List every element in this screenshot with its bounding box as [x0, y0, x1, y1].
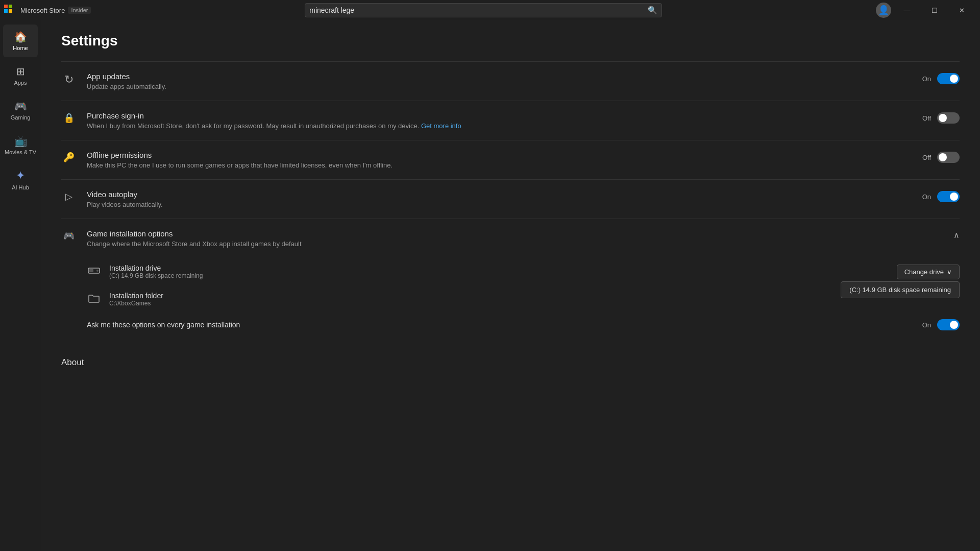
- video-autoplay-heading: Video autoplay: [87, 190, 163, 199]
- ask-game-label: Ask me these options on every game insta…: [87, 321, 240, 329]
- purchase-signin-icon: 🔒: [61, 112, 77, 124]
- purchase-signin-toggle-thumb: [939, 114, 947, 122]
- purchase-signin-left: 🔒 Purchase sign-in When I buy from Micro…: [61, 111, 922, 130]
- about-title: About: [61, 357, 84, 367]
- titlebar-left: Microsoft Store Insider: [4, 5, 91, 16]
- maximize-button[interactable]: ☐: [923, 3, 946, 17]
- offline-permissions-toggle[interactable]: [937, 152, 960, 163]
- about-section: About: [61, 347, 960, 378]
- purchase-signin-text: Purchase sign-in When I buy from Microso…: [87, 111, 461, 130]
- installation-folder-left: Installation folder C:\XboxGames: [87, 292, 163, 307]
- app-title: Microsoft Store Insider: [20, 7, 91, 14]
- game-install-header-left: 🎮 Game installation options Change where…: [61, 229, 953, 248]
- minimize-button[interactable]: —: [895, 3, 919, 17]
- ask-game-toggle-group: On: [922, 319, 960, 330]
- aihub-icon: ✦: [16, 169, 25, 182]
- app-updates-left: ↻ App updates Update apps automatically.: [61, 72, 922, 90]
- offline-permissions-description: Make this PC the one I use to run some g…: [87, 161, 393, 169]
- offline-permissions-toggle-thumb: [939, 153, 947, 161]
- purchase-signin-heading: Purchase sign-in: [87, 111, 461, 120]
- app-updates-toggle-label: On: [922, 75, 931, 83]
- sidebar-item-apps[interactable]: ⊞ Apps: [3, 59, 38, 92]
- folder-icon: [87, 293, 101, 306]
- game-install-section: 🎮 Game installation options Change where…: [61, 219, 960, 347]
- offline-permissions-text: Offline permissions Make this PC the one…: [87, 151, 393, 169]
- get-more-info-link[interactable]: Get more info: [421, 122, 461, 130]
- installation-drive-label: Installation drive: [109, 264, 203, 272]
- purchase-signin-toggle-label: Off: [922, 114, 931, 122]
- gaming-icon: 🎮: [14, 100, 27, 112]
- apps-icon: ⊞: [16, 65, 25, 78]
- installation-drive-sub: (C:) 14.9 GB disk space remaining: [109, 272, 203, 279]
- offline-permissions-right: Off: [922, 151, 960, 163]
- change-drive-button[interactable]: Change drive ∨: [897, 265, 960, 279]
- search-bar[interactable]: 🔍: [305, 3, 662, 17]
- sidebar-item-gaming[interactable]: 🎮 Gaming: [3, 94, 38, 127]
- change-drive-chevron-icon: ∨: [947, 268, 952, 276]
- game-install-icon: 🎮: [61, 230, 77, 242]
- ask-game-toggle-label: On: [922, 321, 931, 329]
- svg-point-2: [96, 270, 99, 272]
- installation-folder-sub: C:\XboxGames: [109, 300, 163, 307]
- video-autoplay-text: Video autoplay Play videos automatically…: [87, 190, 163, 208]
- svg-rect-1: [89, 269, 93, 272]
- offline-permissions-section: 🔑 Offline permissions Make this PC the o…: [61, 140, 960, 179]
- video-autoplay-toggle-thumb: [950, 193, 958, 201]
- sidebar-item-aihub[interactable]: ✦ AI Hub: [3, 163, 38, 196]
- video-autoplay-toggle-label: On: [922, 193, 931, 201]
- movies-icon: 📺: [14, 135, 27, 147]
- app-updates-toggle[interactable]: [937, 73, 960, 84]
- titlebar: Microsoft Store Insider 🔍 👤 — ☐ ✕: [0, 0, 980, 20]
- game-install-description: Change where the Microsoft Store and Xbo…: [87, 240, 302, 248]
- sidebar: 🏠 Home ⊞ Apps 🎮 Gaming 📺 Movies & TV ✦ A…: [0, 20, 41, 551]
- change-drive-wrapper: Change drive ∨ (C:) 14.9 GB disk space r…: [897, 265, 960, 279]
- installation-folder-label: Installation folder: [109, 292, 163, 300]
- purchase-signin-right: Off: [922, 111, 960, 124]
- video-autoplay-right: On: [922, 190, 960, 202]
- video-autoplay-section: ▷ Video autoplay Play videos automatical…: [61, 179, 960, 219]
- sidebar-item-movies[interactable]: 📺 Movies & TV: [3, 129, 38, 161]
- sidebar-item-movies-label: Movies & TV: [5, 149, 36, 155]
- video-autoplay-left: ▷ Video autoplay Play videos automatical…: [61, 190, 922, 208]
- app-updates-description: Update apps automatically.: [87, 83, 166, 90]
- app-updates-text: App updates Update apps automatically.: [87, 72, 166, 90]
- installation-drive-row: Installation drive (C:) 14.9 GB disk spa…: [87, 258, 960, 285]
- app-updates-heading: App updates: [87, 72, 166, 81]
- drive-dropdown-text: (C:) 14.9 GB disk space remaining: [849, 286, 951, 294]
- drive-dropdown: (C:) 14.9 GB disk space remaining: [841, 281, 960, 298]
- game-install-text: Game installation options Change where t…: [87, 229, 302, 248]
- video-autoplay-description: Play videos automatically.: [87, 201, 163, 208]
- avatar: 👤: [876, 3, 891, 18]
- page-title: Settings: [61, 33, 960, 49]
- app-updates-section: ↻ App updates Update apps automatically.…: [61, 61, 960, 101]
- video-autoplay-toggle[interactable]: [937, 191, 960, 202]
- offline-permissions-icon: 🔑: [61, 152, 77, 163]
- close-button[interactable]: ✕: [950, 3, 974, 17]
- purchase-signin-description: When I buy from Microsoft Store, don't a…: [87, 122, 461, 130]
- ask-game-row: Ask me these options on every game insta…: [87, 313, 960, 337]
- app-updates-icon: ↻: [61, 73, 77, 86]
- search-input[interactable]: [309, 6, 644, 14]
- titlebar-right: 👤 — ☐ ✕: [876, 3, 974, 18]
- ask-game-toggle[interactable]: [937, 319, 960, 330]
- app-name-label: Microsoft Store: [20, 7, 65, 14]
- app-body: 🏠 Home ⊞ Apps 🎮 Gaming 📺 Movies & TV ✦ A…: [0, 20, 980, 551]
- offline-permissions-heading: Offline permissions: [87, 151, 393, 159]
- sidebar-item-home-label: Home: [13, 45, 28, 51]
- search-icon: 🔍: [648, 6, 657, 15]
- installation-drive-left: Installation drive (C:) 14.9 GB disk spa…: [87, 264, 203, 279]
- sidebar-item-apps-label: Apps: [14, 80, 27, 86]
- game-install-collapse[interactable]: ∧: [953, 229, 960, 240]
- purchase-signin-section: 🔒 Purchase sign-in When I buy from Micro…: [61, 101, 960, 140]
- sidebar-item-home[interactable]: 🏠 Home: [3, 25, 38, 57]
- chevron-up-icon: ∧: [953, 230, 960, 240]
- app-updates-right: On: [922, 72, 960, 84]
- installation-folder-text: Installation folder C:\XboxGames: [109, 292, 163, 307]
- installation-folder-row: Installation folder C:\XboxGames Change …: [87, 285, 960, 313]
- game-install-heading: Game installation options: [87, 229, 302, 238]
- offline-permissions-left: 🔑 Offline permissions Make this PC the o…: [61, 151, 922, 169]
- game-install-header[interactable]: 🎮 Game installation options Change where…: [61, 219, 960, 258]
- purchase-signin-toggle[interactable]: [937, 112, 960, 124]
- game-install-content: Installation drive (C:) 14.9 GB disk spa…: [61, 258, 960, 347]
- sidebar-item-gaming-label: Gaming: [11, 114, 31, 121]
